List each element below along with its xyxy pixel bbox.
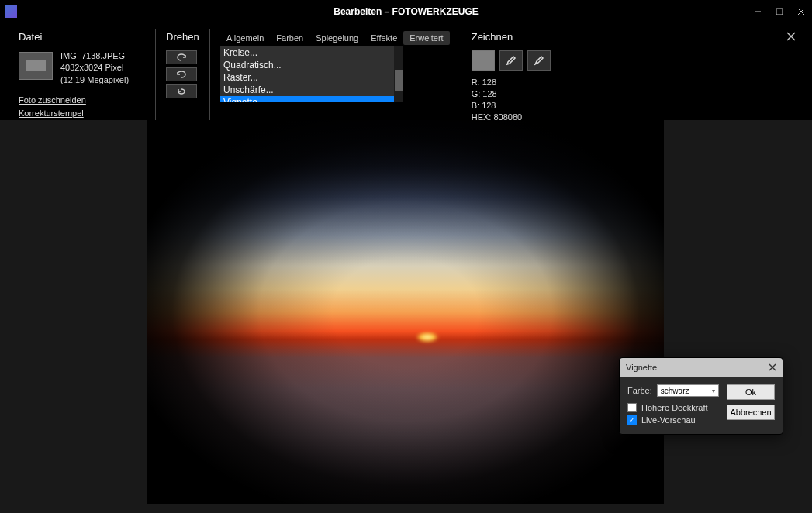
- effects-section: Allgemein Farben Spiegelung Effekte Erwe…: [209, 31, 461, 122]
- color-select-value: schwarz: [661, 387, 689, 395]
- tab-effekte[interactable]: Effekte: [365, 31, 403, 45]
- color-r: R: 128: [472, 77, 558, 88]
- tab-farben[interactable]: Farben: [270, 31, 309, 45]
- color-label: Farbe:: [627, 386, 652, 395]
- color-b: B: 128: [472, 100, 558, 112]
- svg-rect-1: [776, 9, 783, 15]
- maximize-button[interactable]: [769, 0, 790, 23]
- rotate-section: Drehen: [155, 31, 209, 122]
- dialog-close-button[interactable]: [769, 361, 776, 374]
- clone-stamp-link[interactable]: Korrekturstempel: [19, 107, 144, 120]
- window-controls: [747, 0, 812, 23]
- crop-link[interactable]: Foto zuschneiden: [19, 94, 144, 107]
- effect-tabs: Allgemein Farben Spiegelung Effekte Erwe…: [220, 31, 450, 45]
- image-canvas[interactable]: [147, 120, 664, 504]
- tab-spiegelung[interactable]: Spiegelung: [309, 31, 365, 45]
- pencil-tool-button[interactable]: [499, 50, 523, 71]
- rotate-cw-button[interactable]: [166, 67, 197, 81]
- tab-allgemein[interactable]: Allgemein: [220, 31, 270, 45]
- app-icon: [5, 5, 17, 18]
- file-heading: Datei: [19, 31, 144, 43]
- window-title: Bearbeiten – FOTOWERKZEUGE: [0, 6, 812, 17]
- dialog-title: Vignette: [626, 363, 657, 372]
- draw-heading: Zeichnen: [472, 31, 558, 43]
- effect-item-vignette[interactable]: Vignette...: [220, 96, 394, 102]
- tab-erweitert[interactable]: Erweitert: [403, 31, 449, 45]
- color-select[interactable]: schwarz ▾: [657, 384, 719, 397]
- chevron-down-icon: ▾: [712, 387, 715, 394]
- effect-list: Kreise... Quadratisch... Raster... Unsch…: [220, 46, 403, 102]
- toolbar: Datei IMG_7138.JPEG 4032x3024 Pixel (12,…: [0, 23, 812, 133]
- rotate-ccw-button[interactable]: [166, 50, 197, 64]
- file-meta: IMG_7138.JPEG 4032x3024 Pixel (12,19 Meg…: [60, 50, 129, 86]
- vignette-dialog: Vignette Farbe: schwarz ▾ Höhere Deckkra…: [619, 357, 783, 435]
- titlebar: Bearbeiten – FOTOWERKZEUGE: [0, 0, 812, 23]
- close-window-button[interactable]: [790, 0, 812, 23]
- minimize-button[interactable]: [747, 0, 769, 23]
- rotate-180-button[interactable]: [166, 84, 197, 98]
- effect-item-kreise[interactable]: Kreise...: [220, 46, 394, 59]
- opacity-checkbox[interactable]: [627, 403, 637, 412]
- vignette-overlay: [147, 120, 664, 504]
- color-info: R: 128 G: 128 B: 128 HEX: 808080: [472, 77, 558, 122]
- effect-item-quadratisch[interactable]: Quadratisch...: [220, 59, 394, 71]
- preview-label: Live-Vorschau: [641, 415, 696, 425]
- color-swatch[interactable]: [472, 50, 495, 71]
- brush-tool-button[interactable]: [527, 50, 551, 71]
- ok-button[interactable]: Ok: [727, 384, 775, 400]
- canvas-area: [0, 120, 812, 513]
- effect-scrollbar[interactable]: [394, 46, 403, 102]
- file-megapixel: (12,19 Megapixel): [60, 74, 129, 86]
- file-section: Datei IMG_7138.JPEG 4032x3024 Pixel (12,…: [8, 31, 155, 122]
- preview-checkbox[interactable]: ✓: [627, 415, 637, 425]
- rotate-heading: Drehen: [166, 31, 199, 43]
- dialog-titlebar[interactable]: Vignette: [620, 358, 783, 377]
- opacity-label: Höhere Deckkraft: [641, 403, 708, 412]
- close-panel-button[interactable]: [786, 31, 804, 122]
- color-g: G: 128: [472, 88, 558, 100]
- file-dimensions: 4032x3024 Pixel: [60, 62, 129, 74]
- file-name: IMG_7138.JPEG: [60, 50, 129, 62]
- draw-section: Zeichnen R: 128 G: 128 B: 128 HEX: 80808…: [461, 31, 569, 122]
- effect-item-unschaerfe[interactable]: Unschärfe...: [220, 84, 394, 96]
- thumbnail: [19, 52, 53, 80]
- effect-item-raster[interactable]: Raster...: [220, 71, 394, 84]
- cancel-button[interactable]: Abbrechen: [727, 405, 775, 420]
